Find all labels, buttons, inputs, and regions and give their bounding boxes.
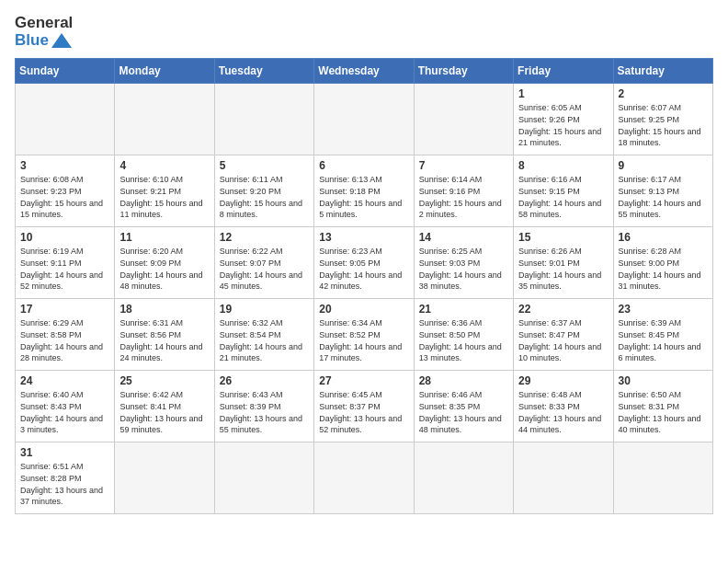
day-number: 6 <box>319 159 408 172</box>
day-info: Sunrise: 6:50 AM Sunset: 8:31 PM Dayligh… <box>619 389 708 435</box>
calendar-cell: 23Sunrise: 6:39 AM Sunset: 8:45 PM Dayli… <box>613 299 712 371</box>
logo-blue: Blue <box>15 32 49 50</box>
day-number: 16 <box>619 231 708 244</box>
day-number: 15 <box>518 231 608 244</box>
week-row-5: 24Sunrise: 6:40 AM Sunset: 8:43 PM Dayli… <box>16 371 713 442</box>
day-number: 5 <box>220 159 309 172</box>
day-number: 28 <box>419 374 508 387</box>
logo-general: General <box>15 15 73 32</box>
calendar-cell: 26Sunrise: 6:43 AM Sunset: 8:39 PM Dayli… <box>214 371 313 442</box>
calendar-cell <box>16 84 115 155</box>
calendar-header-row: SundayMondayTuesdayWednesdayThursdayFrid… <box>16 59 713 84</box>
calendar-cell: 16Sunrise: 6:28 AM Sunset: 9:00 PM Dayli… <box>613 227 712 299</box>
day-number: 1 <box>518 87 608 100</box>
calendar-cell: 14Sunrise: 6:25 AM Sunset: 9:03 PM Dayli… <box>414 227 513 299</box>
calendar-cell: 7Sunrise: 6:14 AM Sunset: 9:16 PM Daylig… <box>414 155 513 227</box>
calendar-cell: 15Sunrise: 6:26 AM Sunset: 9:01 PM Dayli… <box>514 227 613 299</box>
calendar-cell: 25Sunrise: 6:42 AM Sunset: 8:41 PM Dayli… <box>115 371 214 442</box>
header-tuesday: Tuesday <box>214 59 313 84</box>
calendar-cell: 12Sunrise: 6:22 AM Sunset: 9:07 PM Dayli… <box>214 227 313 299</box>
calendar-cell: 2Sunrise: 6:07 AM Sunset: 9:25 PM Daylig… <box>613 84 712 155</box>
calendar-cell <box>115 442 214 514</box>
calendar-cell: 11Sunrise: 6:20 AM Sunset: 9:09 PM Dayli… <box>115 227 214 299</box>
day-info: Sunrise: 6:05 AM Sunset: 9:26 PM Dayligh… <box>518 102 608 148</box>
day-number: 19 <box>220 303 309 316</box>
calendar-cell <box>414 442 513 514</box>
day-number: 27 <box>319 374 408 387</box>
day-info: Sunrise: 6:13 AM Sunset: 9:18 PM Dayligh… <box>319 174 408 220</box>
header-wednesday: Wednesday <box>314 59 414 84</box>
day-info: Sunrise: 6:19 AM Sunset: 9:11 PM Dayligh… <box>20 246 109 292</box>
day-number: 8 <box>518 159 608 172</box>
day-number: 13 <box>319 231 408 244</box>
logo-container: General Blue <box>15 15 73 49</box>
day-info: Sunrise: 6:23 AM Sunset: 9:05 PM Dayligh… <box>319 246 408 292</box>
day-number: 18 <box>119 303 209 316</box>
header-thursday: Thursday <box>414 59 513 84</box>
day-info: Sunrise: 6:36 AM Sunset: 8:50 PM Dayligh… <box>419 317 508 363</box>
calendar-cell: 22Sunrise: 6:37 AM Sunset: 8:47 PM Dayli… <box>514 299 613 371</box>
day-number: 11 <box>119 231 209 244</box>
week-row-6: 31Sunrise: 6:51 AM Sunset: 8:28 PM Dayli… <box>16 442 713 514</box>
day-info: Sunrise: 6:48 AM Sunset: 8:33 PM Dayligh… <box>518 389 608 435</box>
day-info: Sunrise: 6:16 AM Sunset: 9:15 PM Dayligh… <box>518 174 608 220</box>
calendar-cell <box>514 442 613 514</box>
day-info: Sunrise: 6:43 AM Sunset: 8:39 PM Dayligh… <box>220 389 309 435</box>
calendar-cell: 4Sunrise: 6:10 AM Sunset: 9:21 PM Daylig… <box>115 155 214 227</box>
day-info: Sunrise: 6:32 AM Sunset: 8:54 PM Dayligh… <box>220 317 309 363</box>
day-number: 26 <box>220 374 309 387</box>
day-info: Sunrise: 6:45 AM Sunset: 8:37 PM Dayligh… <box>319 389 408 435</box>
day-info: Sunrise: 6:28 AM Sunset: 9:00 PM Dayligh… <box>619 246 708 292</box>
day-number: 23 <box>619 303 708 316</box>
calendar-cell <box>613 442 712 514</box>
day-info: Sunrise: 6:29 AM Sunset: 8:58 PM Dayligh… <box>20 317 109 363</box>
day-info: Sunrise: 6:07 AM Sunset: 9:25 PM Dayligh… <box>619 102 708 148</box>
day-number: 2 <box>619 87 708 100</box>
day-info: Sunrise: 6:31 AM Sunset: 8:56 PM Dayligh… <box>119 317 209 363</box>
week-row-3: 10Sunrise: 6:19 AM Sunset: 9:11 PM Dayli… <box>16 227 713 299</box>
calendar-cell: 27Sunrise: 6:45 AM Sunset: 8:37 PM Dayli… <box>314 371 414 442</box>
day-info: Sunrise: 6:51 AM Sunset: 8:28 PM Dayligh… <box>20 461 109 507</box>
calendar-cell <box>314 442 414 514</box>
logo: General Blue <box>15 15 73 49</box>
day-info: Sunrise: 6:42 AM Sunset: 8:41 PM Dayligh… <box>119 389 209 435</box>
calendar-cell: 30Sunrise: 6:50 AM Sunset: 8:31 PM Dayli… <box>613 371 712 442</box>
calendar-cell: 31Sunrise: 6:51 AM Sunset: 8:28 PM Dayli… <box>16 442 115 514</box>
calendar-cell: 6Sunrise: 6:13 AM Sunset: 9:18 PM Daylig… <box>314 155 414 227</box>
week-row-2: 3Sunrise: 6:08 AM Sunset: 9:23 PM Daylig… <box>16 155 713 227</box>
day-number: 3 <box>20 159 109 172</box>
calendar-cell <box>314 84 414 155</box>
header-sunday: Sunday <box>16 59 115 84</box>
calendar-cell: 13Sunrise: 6:23 AM Sunset: 9:05 PM Dayli… <box>314 227 414 299</box>
calendar-cell: 24Sunrise: 6:40 AM Sunset: 8:43 PM Dayli… <box>16 371 115 442</box>
day-number: 25 <box>119 374 209 387</box>
day-number: 21 <box>419 303 508 316</box>
calendar-cell: 9Sunrise: 6:17 AM Sunset: 9:13 PM Daylig… <box>613 155 712 227</box>
day-info: Sunrise: 6:08 AM Sunset: 9:23 PM Dayligh… <box>20 174 109 220</box>
day-info: Sunrise: 6:20 AM Sunset: 9:09 PM Dayligh… <box>119 246 209 292</box>
day-number: 30 <box>619 374 708 387</box>
day-number: 10 <box>20 231 109 244</box>
day-number: 29 <box>518 374 608 387</box>
calendar-cell: 10Sunrise: 6:19 AM Sunset: 9:11 PM Dayli… <box>16 227 115 299</box>
calendar-cell: 20Sunrise: 6:34 AM Sunset: 8:52 PM Dayli… <box>314 299 414 371</box>
calendar-cell: 18Sunrise: 6:31 AM Sunset: 8:56 PM Dayli… <box>115 299 214 371</box>
header-saturday: Saturday <box>613 59 712 84</box>
header-monday: Monday <box>115 59 214 84</box>
day-info: Sunrise: 6:34 AM Sunset: 8:52 PM Dayligh… <box>319 317 408 363</box>
calendar-cell: 1Sunrise: 6:05 AM Sunset: 9:26 PM Daylig… <box>514 84 613 155</box>
day-info: Sunrise: 6:10 AM Sunset: 9:21 PM Dayligh… <box>119 174 209 220</box>
day-info: Sunrise: 6:46 AM Sunset: 8:35 PM Dayligh… <box>419 389 508 435</box>
calendar-cell: 5Sunrise: 6:11 AM Sunset: 9:20 PM Daylig… <box>214 155 313 227</box>
page-header: General Blue <box>15 15 713 49</box>
day-number: 12 <box>220 231 309 244</box>
calendar-cell: 28Sunrise: 6:46 AM Sunset: 8:35 PM Dayli… <box>414 371 513 442</box>
calendar-table: SundayMondayTuesdayWednesdayThursdayFrid… <box>15 58 713 514</box>
day-info: Sunrise: 6:11 AM Sunset: 9:20 PM Dayligh… <box>220 174 309 220</box>
day-info: Sunrise: 6:37 AM Sunset: 8:47 PM Dayligh… <box>518 317 608 363</box>
header-friday: Friday <box>514 59 613 84</box>
calendar-cell <box>214 84 313 155</box>
calendar-cell: 8Sunrise: 6:16 AM Sunset: 9:15 PM Daylig… <box>514 155 613 227</box>
calendar-cell <box>214 442 313 514</box>
day-number: 9 <box>619 159 708 172</box>
